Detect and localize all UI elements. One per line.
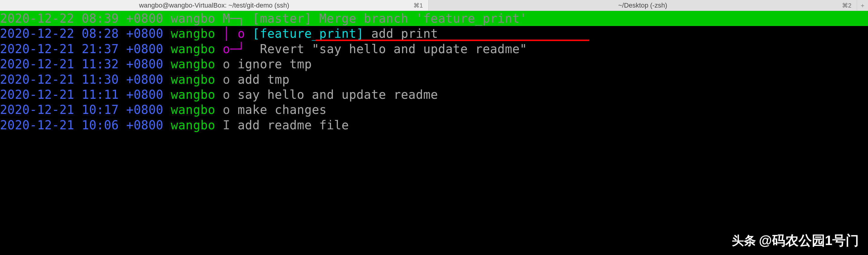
commit-message: add tmp	[238, 73, 290, 86]
graph-node: M─┐	[223, 11, 245, 25]
commit-date: 2020-12-21 11:11 +0800	[0, 88, 163, 102]
tab-shortcut: ⌘2	[842, 2, 851, 9]
tab-2[interactable]: ~/Desktop (-zsh) ⌘2	[429, 0, 857, 10]
commit-author: wangbo	[170, 73, 215, 86]
graph-node: │ o	[223, 27, 245, 40]
commit-date: 2020-12-21 10:17 +0800	[0, 103, 163, 117]
plus-icon: +	[861, 2, 864, 9]
commit-author: wangbo	[170, 118, 215, 132]
graph-node: o	[223, 57, 230, 71]
commit-date: 2020-12-21 11:30 +0800	[0, 73, 163, 86]
commit-message: add print	[371, 27, 438, 40]
graph-node: o─┘	[223, 42, 245, 56]
branch-label: [feature_print]	[252, 27, 364, 40]
git-log-line[interactable]: 2020-12-21 21:37 +0800 wangbo o─┘ Revert…	[0, 41, 868, 57]
graph-node: o	[223, 103, 230, 117]
tab-shortcut: ⌘1	[413, 2, 423, 9]
tab-title: wangbo@wangbo-VirtualBox: ~/test/git-dem…	[139, 1, 289, 9]
commit-message: Revert "say hello and update readme"	[252, 42, 527, 56]
commit-author: wangbo	[170, 42, 215, 56]
commit-author: wangbo	[170, 11, 215, 25]
tab-bar: wangbo@wangbo-VirtualBox: ~/test/git-dem…	[0, 0, 868, 11]
commit-author: wangbo	[170, 103, 215, 117]
commit-message: say hello and update readme	[238, 88, 438, 102]
git-log-line[interactable]: 2020-12-21 11:30 +0800 wangbo o add tmp	[0, 72, 868, 87]
commit-date: 2020-12-21 21:37 +0800	[0, 42, 163, 56]
graph-node: o	[223, 73, 230, 86]
branch-label: [master]	[252, 11, 312, 25]
commit-message: make changes	[238, 103, 327, 117]
annotation-underline	[316, 39, 589, 41]
git-log-line[interactable]: 2020-12-21 10:17 +0800 wangbo o make cha…	[0, 102, 868, 117]
commit-date: 2020-12-21 11:32 +0800	[0, 57, 163, 71]
commit-message: Merge branch 'feature_print'	[319, 11, 527, 25]
watermark-text: @码农公园1号门	[759, 232, 859, 250]
git-log-line[interactable]: 2020-12-22 08:28 +0800 wangbo │ o [featu…	[0, 26, 868, 41]
git-log-line[interactable]: 2020-12-21 10:06 +0800 wangbo I add read…	[0, 117, 868, 133]
terminal-output[interactable]: 2020-12-22 08:39 +0800 wangbo M─┐ [maste…	[0, 11, 868, 133]
commit-author: wangbo	[170, 57, 215, 71]
git-log-line[interactable]: 2020-12-21 11:32 +0800 wangbo o ignore t…	[0, 57, 868, 72]
commit-message: add readme file	[238, 118, 349, 132]
commit-date: 2020-12-22 08:28 +0800	[0, 27, 163, 40]
commit-author: wangbo	[170, 88, 215, 102]
add-tab-button[interactable]: +	[857, 0, 868, 10]
commit-date: 2020-12-21 10:06 +0800	[0, 118, 163, 132]
commit-author: wangbo	[170, 27, 215, 40]
graph-node: I	[223, 118, 230, 132]
watermark: 头条 @码农公园1号门	[732, 232, 859, 250]
tab-1[interactable]: wangbo@wangbo-VirtualBox: ~/test/git-dem…	[0, 0, 429, 10]
commit-message: ignore tmp	[238, 57, 312, 71]
git-log-line[interactable]: 2020-12-22 08:39 +0800 wangbo M─┐ [maste…	[0, 11, 868, 26]
git-log-line[interactable]: 2020-12-21 11:11 +0800 wangbo o say hell…	[0, 87, 868, 102]
commit-date: 2020-12-22 08:39 +0800	[0, 11, 163, 25]
watermark-logo: 头条	[732, 232, 756, 249]
graph-node: o	[223, 88, 230, 102]
tab-title: ~/Desktop (-zsh)	[618, 1, 667, 9]
